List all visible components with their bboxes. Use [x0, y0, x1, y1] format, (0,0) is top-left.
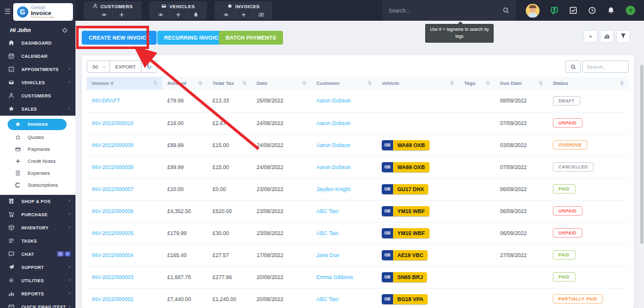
sidebar-item-calendar[interactable]: CALENDAR	[0, 50, 75, 63]
refresh-button[interactable]: ↻	[142, 60, 157, 73]
filter-button[interactable]	[616, 30, 630, 43]
sidebar-item-purchase[interactable]: PURCHASE‹	[0, 208, 75, 221]
help-icon[interactable]: ?	[626, 6, 635, 15]
batch-payments-button[interactable]: BATCH PAYMENTS	[219, 31, 283, 45]
column-header-customer[interactable]: Customer⇅	[311, 77, 377, 90]
view-icon[interactable]	[96, 11, 113, 18]
user-avatar[interactable]	[526, 4, 540, 18]
global-search-input[interactable]	[389, 8, 502, 14]
sort-icon[interactable]: ⇅	[619, 80, 624, 86]
vehicle-plate[interactable]: GBWA69 OXB	[382, 162, 430, 172]
table-search-input[interactable]	[582, 60, 629, 73]
invoice-link[interactable]: INV-2022/000006	[92, 208, 133, 214]
sidebar-item-reports[interactable]: REPORTS‹	[0, 287, 75, 300]
customer-link[interactable]: Aaron Dobson	[316, 97, 350, 104]
feedback-icon[interactable]	[550, 6, 558, 14]
sort-icon[interactable]: ⇅	[538, 80, 543, 86]
submenu-item-invoices[interactable]: Invoices	[8, 119, 67, 130]
notifications-bell-icon[interactable]	[607, 6, 615, 14]
customer-link[interactable]: Aaron Dobson	[316, 120, 350, 126]
vertical-scrollbar[interactable]	[640, 21, 644, 308]
app-logo[interactable]: G Garage Invoice PROFESSIONAL	[13, 3, 73, 21]
submenu-item-subscriptions[interactable]: Subscriptions	[0, 179, 75, 191]
sidebar-item-vehicles[interactable]: VEHICLES‹	[0, 76, 75, 89]
sidebar-item-shop-pos[interactable]: SHOP & POS‹	[0, 195, 75, 208]
sort-icon[interactable]: ⇅	[153, 80, 157, 86]
column-header-date[interactable]: Date⇅	[252, 77, 311, 90]
payments-icon[interactable]	[252, 11, 270, 18]
add-icon[interactable]	[113, 11, 130, 18]
column-header-invoice-[interactable]: Invoice #⇅	[87, 77, 162, 90]
sort-icon[interactable]: ⇅	[302, 80, 306, 86]
column-header-status[interactable]: Status⇅	[548, 77, 629, 90]
sidebar-item-support[interactable]: SUPPORT‹	[0, 261, 75, 274]
customer-link[interactable]: Jayden Knight	[316, 186, 350, 192]
sort-icon[interactable]: ⇅	[242, 80, 247, 86]
sort-icon[interactable]: ⇅	[367, 80, 372, 86]
column-header-due-date[interactable]: Due Date⇅	[495, 77, 548, 90]
tasks-check-icon[interactable]	[569, 6, 577, 14]
vehicle-plate[interactable]: GBYM15 WBF	[382, 206, 430, 216]
collapse-button[interactable]: «	[584, 30, 597, 43]
customer-link[interactable]: Aaron Dobson	[316, 164, 350, 170]
invoice-link[interactable]: INV-2022/000005	[92, 230, 133, 236]
vehicle-plate[interactable]: GBYM15 WBF	[382, 228, 430, 238]
invoice-row: INV-2022/000008£89.99£15.0024/08/2022Aar…	[87, 156, 629, 178]
column-header-tags[interactable]: Tags⇅	[459, 77, 495, 90]
column-header-vehicle[interactable]: Vehicle⇅	[377, 77, 459, 90]
invoice-link[interactable]: INV-2022/000010	[92, 120, 133, 126]
submenu-item-quotes[interactable]: Quotes	[0, 131, 75, 143]
invoice-link[interactable]: INV-2022/000007	[92, 186, 133, 192]
chart-view-button[interactable]	[600, 30, 614, 43]
sidebar-item-chat[interactable]: CHAT00	[0, 248, 75, 261]
sort-icon[interactable]: ⇅	[198, 80, 203, 86]
star-icon	[8, 106, 17, 112]
sidebar-item-utilities[interactable]: UTILITIES‹	[0, 274, 75, 287]
export-button[interactable]: EXPORT	[110, 60, 142, 73]
invoice-link[interactable]: INV-2022/000004	[92, 252, 133, 258]
page-size-select[interactable]: 50 ‹	[87, 60, 110, 73]
sidebar-item-dashboard[interactable]: DASHBOARD	[0, 36, 75, 50]
reminder-bell-icon[interactable]	[187, 11, 204, 18]
customer-link[interactable]: ABC Taxi	[316, 208, 338, 214]
sort-icon[interactable]: ⇅	[450, 80, 454, 86]
customer-link[interactable]: Emma Gibbons	[316, 274, 353, 280]
submenu-item-payments[interactable]: Payments	[0, 143, 75, 155]
customer-link[interactable]: ABC Taxi	[316, 296, 338, 302]
sidebar-item-tasks[interactable]: TASKS	[0, 234, 75, 248]
vehicle-plate[interactable]: GBSN65 BRJ	[382, 272, 427, 282]
history-icon[interactable]	[588, 6, 596, 14]
sort-icon[interactable]: ⇅	[486, 80, 490, 86]
scrollbar-thumb[interactable]	[640, 65, 643, 244]
vehicle-plate[interactable]: GBAE19 VBC	[382, 250, 428, 260]
invoice-link[interactable]: INV-2022/000009	[92, 142, 133, 148]
sidebar-item-inventory[interactable]: INVENTORY‹	[0, 221, 75, 234]
invoice-link[interactable]: INV-2022/000002	[92, 296, 133, 302]
submenu-item-credit-notes[interactable]: Credit Notes	[0, 155, 75, 167]
vehicle-plate[interactable]: GBGU17 DHX	[382, 184, 428, 194]
invoice-link[interactable]: INV-2022/000003	[92, 274, 133, 280]
customer-link[interactable]: Aaron Dobson	[316, 142, 350, 148]
sidebar-item-customers[interactable]: CUSTOMERS	[0, 89, 75, 102]
menu-toggle-icon[interactable]: ☰	[3, 8, 13, 16]
logout-power-icon[interactable]	[62, 27, 68, 33]
invoice-link[interactable]: INV-DRAFT	[92, 97, 120, 104]
invoice-link[interactable]: INV-2022/000008	[92, 164, 133, 170]
add-icon[interactable]	[235, 11, 252, 18]
customer-link[interactable]: ABC Taxi	[316, 230, 338, 236]
view-icon[interactable]	[218, 11, 235, 18]
table-search-button[interactable]	[565, 60, 580, 73]
submenu-item-expenses[interactable]: Expenses	[0, 167, 75, 179]
column-header-amount[interactable]: Amount⇅	[162, 77, 208, 90]
vehicle-plate[interactable]: GBWA69 OXB	[382, 140, 430, 150]
sidebar-item-sales[interactable]: SALES‹	[0, 102, 75, 116]
add-icon[interactable]	[169, 11, 187, 18]
view-icon[interactable]	[152, 11, 169, 18]
customer-link[interactable]: Jane Doe	[316, 252, 339, 258]
sidebar-item-quick-email-text[interactable]: QUICK EMAIL/TEXT‹	[0, 300, 75, 308]
search-icon[interactable]	[502, 5, 509, 16]
column-header-total-tax[interactable]: Total Tax⇅	[208, 77, 252, 90]
create-new-invoice-button[interactable]: CREATE NEW INVOICE	[82, 31, 157, 45]
vehicle-plate[interactable]: GBBG18 VPA	[382, 294, 428, 304]
sidebar-item-appointments[interactable]: APPOINTMENTS‹	[0, 63, 75, 76]
